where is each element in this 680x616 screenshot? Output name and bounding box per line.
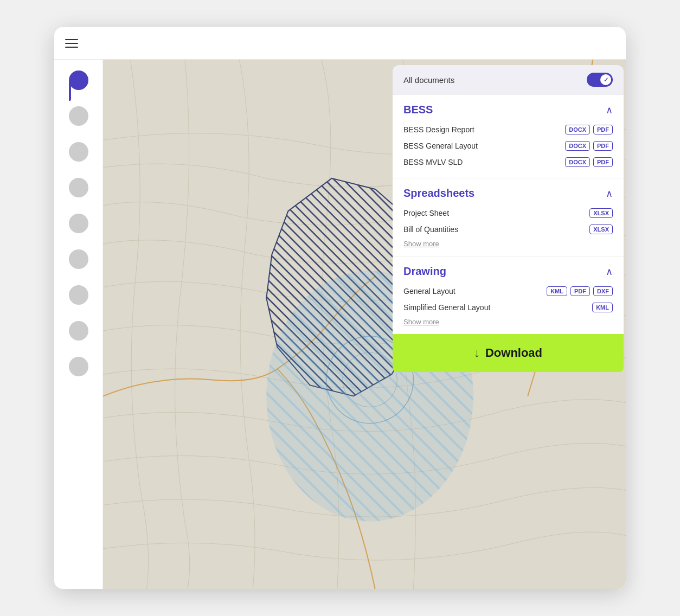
- drawing-section-title: Drawing: [403, 265, 446, 278]
- spreadsheets-section-title: Spreadsheets: [403, 187, 474, 200]
- table-row: BESS General Layout DOCX PDF: [403, 138, 613, 154]
- download-bar: ↓ Download: [393, 334, 624, 372]
- sidebar-dot-7[interactable]: [69, 285, 88, 305]
- badge-kml[interactable]: KML: [547, 286, 567, 296]
- spreadsheets-doc-list: Project Sheet XLSX Bill of Quantities XL…: [393, 205, 624, 256]
- sidebar-dot-1[interactable]: [69, 70, 88, 90]
- table-row: Project Sheet XLSX: [403, 205, 613, 221]
- doc-name: BESS General Layout: [403, 142, 565, 150]
- doc-badges: XLSX: [589, 208, 613, 218]
- doc-badges: XLSX: [589, 224, 613, 234]
- main-area: All documents BESS ∧ BESS Design Report: [54, 60, 626, 589]
- spreadsheets-section: Spreadsheets ∧ Project Sheet XLSX Bill o…: [393, 178, 624, 256]
- app-window: All documents BESS ∧ BESS Design Report: [54, 27, 626, 589]
- table-row: BESS Design Report DOCX PDF: [403, 121, 613, 138]
- drawing-section: Drawing ∧ General Layout KML PDF DXF: [393, 256, 624, 334]
- title-bar: [54, 27, 626, 60]
- badge-xlsx[interactable]: XLSX: [589, 224, 613, 234]
- badge-docx[interactable]: DOCX: [565, 141, 590, 151]
- doc-badges: KML: [592, 303, 613, 312]
- sidebar-dot-8[interactable]: [69, 321, 88, 341]
- sidebar-dot-3[interactable]: [69, 142, 88, 162]
- badge-docx[interactable]: DOCX: [565, 125, 590, 134]
- doc-badges: DOCX PDF: [565, 157, 613, 167]
- doc-badges: DOCX PDF: [565, 125, 613, 134]
- sidebar-active-indicator: [69, 81, 71, 101]
- download-label: Download: [485, 346, 542, 360]
- drawing-doc-list: General Layout KML PDF DXF Simplified Ge…: [393, 283, 624, 334]
- badge-kml[interactable]: KML: [592, 303, 613, 312]
- doc-name: BESS MVLV SLD: [403, 158, 565, 166]
- badge-pdf[interactable]: PDF: [570, 286, 590, 296]
- doc-badges: DOCX PDF: [565, 141, 613, 151]
- sidebar-dot-9[interactable]: [69, 357, 88, 376]
- map-area: All documents BESS ∧ BESS Design Report: [103, 60, 626, 589]
- all-docs-bar: All documents: [393, 65, 624, 94]
- toggle-knob: [600, 74, 611, 85]
- badge-pdf[interactable]: PDF: [593, 141, 613, 151]
- drawing-section-header: Drawing ∧: [393, 256, 624, 283]
- doc-badges: KML PDF DXF: [547, 286, 613, 296]
- badge-pdf[interactable]: PDF: [593, 125, 613, 134]
- spreadsheets-section-header: Spreadsheets ∧: [393, 178, 624, 205]
- badge-docx[interactable]: DOCX: [565, 157, 590, 167]
- sidebar-dot-5[interactable]: [69, 214, 88, 233]
- table-row: Bill of Quantities XLSX: [403, 221, 613, 238]
- doc-name: BESS Design Report: [403, 125, 565, 134]
- sidebar-dot-2[interactable]: [69, 106, 88, 126]
- bess-section-header: BESS ∧: [393, 95, 624, 121]
- doc-name: Project Sheet: [403, 209, 589, 217]
- doc-name: General Layout: [403, 287, 547, 296]
- bess-doc-list: BESS Design Report DOCX PDF BESS General…: [393, 121, 624, 178]
- sidebar-dot-4[interactable]: [69, 178, 88, 197]
- all-docs-toggle[interactable]: [587, 73, 613, 87]
- table-row: Simplified General Layout KML: [403, 299, 613, 316]
- sidebar: [54, 60, 103, 589]
- drawing-chevron-icon[interactable]: ∧: [606, 266, 613, 278]
- table-row: General Layout KML PDF DXF: [403, 283, 613, 299]
- menu-icon[interactable]: [65, 39, 78, 48]
- spreadsheets-show-more[interactable]: Show more: [403, 240, 439, 248]
- badge-xlsx[interactable]: XLSX: [589, 208, 613, 218]
- sidebar-dot-6[interactable]: [69, 249, 88, 269]
- doc-name: Simplified General Layout: [403, 303, 592, 312]
- drawing-show-more[interactable]: Show more: [403, 318, 439, 326]
- bess-chevron-icon[interactable]: ∧: [606, 104, 613, 116]
- all-docs-label: All documents: [403, 75, 454, 85]
- spreadsheets-chevron-icon[interactable]: ∧: [606, 188, 613, 200]
- badge-dxf[interactable]: DXF: [593, 286, 613, 296]
- bess-section-title: BESS: [403, 104, 433, 116]
- badge-pdf[interactable]: PDF: [593, 157, 613, 167]
- table-row: BESS MVLV SLD DOCX PDF: [403, 154, 613, 170]
- download-icon: ↓: [474, 346, 480, 360]
- bess-section: BESS ∧ BESS Design Report DOCX PDF BE: [393, 94, 624, 178]
- doc-name: Bill of Quantities: [403, 225, 589, 234]
- download-button[interactable]: ↓ Download: [393, 334, 624, 372]
